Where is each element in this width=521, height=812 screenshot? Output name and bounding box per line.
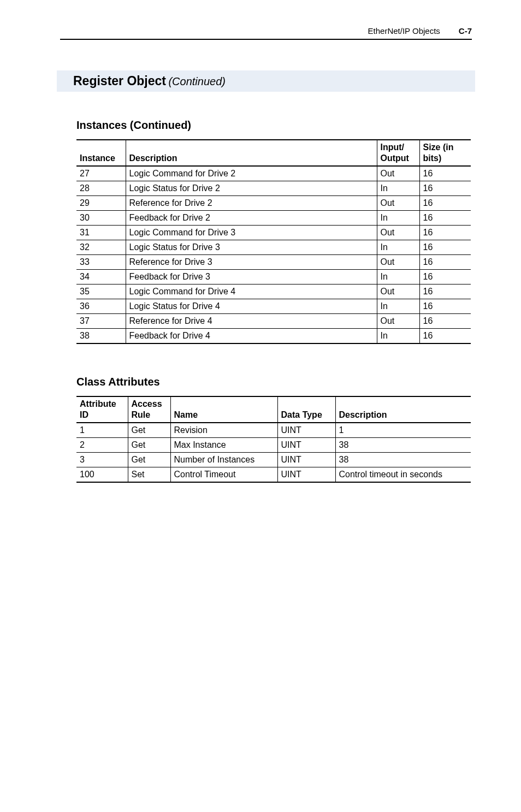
col-description: Description xyxy=(335,396,471,423)
cell-description: Reference for Drive 4 xyxy=(126,314,377,329)
cell-datatype: UINT xyxy=(277,438,335,453)
cell-io: In xyxy=(377,211,419,226)
cell-size: 16 xyxy=(419,314,471,329)
cell-description: Reference for Drive 3 xyxy=(126,255,377,270)
cell-io: In xyxy=(377,181,419,196)
table-row: 34Feedback for Drive 3In16 xyxy=(76,270,471,285)
cell-description: Logic Command for Drive 3 xyxy=(126,226,377,240)
cell-size: 16 xyxy=(419,299,471,314)
table-row: 1GetRevisionUINT1 xyxy=(76,423,471,438)
col-io: Input/ Output xyxy=(377,140,419,166)
table-row: 35Logic Command for Drive 4Out16 xyxy=(76,285,471,299)
cell-description: Control timeout in seconds xyxy=(335,467,471,483)
cell-access: Get xyxy=(128,453,170,467)
section-heading-band: Register Object (Continued) xyxy=(57,70,475,92)
cell-size: 16 xyxy=(419,196,471,211)
table-header-row: Instance Description Input/ Output Size … xyxy=(76,140,471,166)
cell-id: 3 xyxy=(76,453,128,467)
cell-instance: 33 xyxy=(76,255,126,270)
cell-description: 1 xyxy=(335,423,471,438)
table-row: 28Logic Status for Drive 2In16 xyxy=(76,181,471,196)
cell-access: Get xyxy=(128,438,170,453)
table-row: 100SetControl TimeoutUINTControl timeout… xyxy=(76,467,471,483)
cell-datatype: UINT xyxy=(277,467,335,483)
cell-size: 16 xyxy=(419,181,471,196)
table-row: 32Logic Status for Drive 3In16 xyxy=(76,240,471,255)
cell-description: Feedback for Drive 2 xyxy=(126,211,377,226)
cell-name: Number of Instances xyxy=(170,453,277,467)
col-attribute-id: Attribute ID xyxy=(76,396,128,423)
cell-instance: 38 xyxy=(76,329,126,344)
cell-description: Feedback for Drive 4 xyxy=(126,329,377,344)
col-access-rule: Access Rule xyxy=(128,396,170,423)
cell-datatype: UINT xyxy=(277,453,335,467)
cell-size: 16 xyxy=(419,270,471,285)
cell-instance: 27 xyxy=(76,166,126,181)
cell-name: Control Timeout xyxy=(170,467,277,483)
cell-access: Set xyxy=(128,467,170,483)
class-attributes-heading: Class Attributes xyxy=(76,376,472,388)
table-row: 27Logic Command for Drive 2Out16 xyxy=(76,166,471,181)
cell-io: Out xyxy=(377,226,419,240)
table-row: 31Logic Command for Drive 3Out16 xyxy=(76,226,471,240)
cell-io: In xyxy=(377,299,419,314)
table-row: 38Feedback for Drive 4In16 xyxy=(76,329,471,344)
cell-io: In xyxy=(377,270,419,285)
cell-description: Logic Status for Drive 4 xyxy=(126,299,377,314)
section-continued: (Continued) xyxy=(168,75,226,87)
cell-io: Out xyxy=(377,285,419,299)
col-instance: Instance xyxy=(76,140,126,166)
header-rule xyxy=(60,39,472,40)
cell-id: 2 xyxy=(76,438,128,453)
chapter-title: EtherNet/IP Objects xyxy=(368,26,440,35)
table-row: 33Reference for Drive 3Out16 xyxy=(76,255,471,270)
cell-size: 16 xyxy=(419,285,471,299)
cell-description: Logic Command for Drive 4 xyxy=(126,285,377,299)
cell-io: In xyxy=(377,240,419,255)
cell-io: In xyxy=(377,329,419,344)
cell-io: Out xyxy=(377,314,419,329)
cell-id: 100 xyxy=(76,467,128,483)
table-row: 29Reference for Drive 2Out16 xyxy=(76,196,471,211)
cell-name: Max Instance xyxy=(170,438,277,453)
cell-size: 16 xyxy=(419,226,471,240)
section-title: Register Object xyxy=(73,74,166,88)
cell-instance: 37 xyxy=(76,314,126,329)
class-attributes-table: Attribute ID Access Rule Name Data Type … xyxy=(76,396,471,483)
cell-description: 38 xyxy=(335,453,471,467)
cell-description: Logic Status for Drive 2 xyxy=(126,181,377,196)
cell-size: 16 xyxy=(419,240,471,255)
page-number: C-7 xyxy=(459,26,472,35)
cell-io: Out xyxy=(377,166,419,181)
cell-access: Get xyxy=(128,423,170,438)
cell-name: Revision xyxy=(170,423,277,438)
table-row: 2GetMax InstanceUINT38 xyxy=(76,438,471,453)
col-size: Size (in bits) xyxy=(419,140,471,166)
cell-description: Feedback for Drive 3 xyxy=(126,270,377,285)
col-name: Name xyxy=(170,396,277,423)
cell-id: 1 xyxy=(76,423,128,438)
cell-instance: 31 xyxy=(76,226,126,240)
cell-io: Out xyxy=(377,196,419,211)
cell-description: Logic Status for Drive 3 xyxy=(126,240,377,255)
cell-description: 38 xyxy=(335,438,471,453)
table-row: 37Reference for Drive 4Out16 xyxy=(76,314,471,329)
cell-size: 16 xyxy=(419,166,471,181)
col-data-type: Data Type xyxy=(277,396,335,423)
table-header-row: Attribute ID Access Rule Name Data Type … xyxy=(76,396,471,423)
cell-io: Out xyxy=(377,255,419,270)
cell-instance: 34 xyxy=(76,270,126,285)
instances-heading: Instances (Continued) xyxy=(76,119,472,132)
col-description: Description xyxy=(126,140,377,166)
cell-datatype: UINT xyxy=(277,423,335,438)
cell-instance: 29 xyxy=(76,196,126,211)
table-row: 36Logic Status for Drive 4In16 xyxy=(76,299,471,314)
cell-instance: 36 xyxy=(76,299,126,314)
cell-instance: 30 xyxy=(76,211,126,226)
cell-size: 16 xyxy=(419,329,471,344)
cell-description: Reference for Drive 2 xyxy=(126,196,377,211)
running-head: EtherNet/IP Objects C-7 xyxy=(60,26,472,35)
cell-size: 16 xyxy=(419,211,471,226)
instances-table: Instance Description Input/ Output Size … xyxy=(76,139,471,344)
cell-instance: 32 xyxy=(76,240,126,255)
